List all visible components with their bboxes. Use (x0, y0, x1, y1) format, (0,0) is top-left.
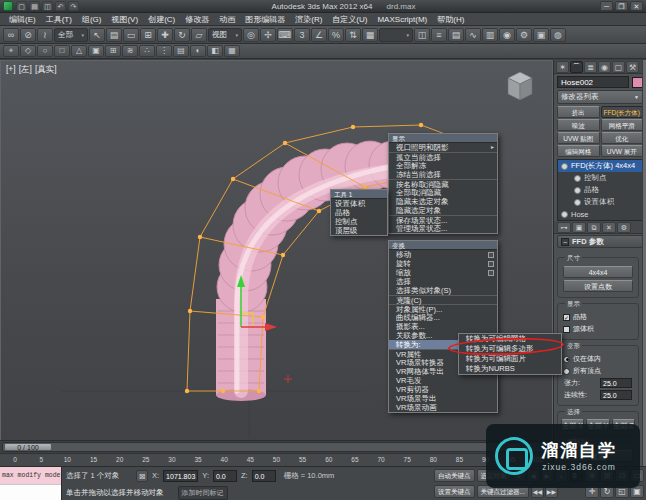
unlink-selection-icon[interactable]: ⊘ (20, 28, 36, 42)
toolbar2-icon[interactable]: ⌖ (3, 45, 19, 57)
auto-key-button[interactable]: 自动关键点 (434, 469, 475, 482)
use-pivot-center-icon[interactable]: ◎ (243, 28, 259, 42)
toolbar2-icon[interactable]: △ (71, 45, 87, 57)
menu-item[interactable]: VR剪切器 (389, 385, 497, 394)
modifier-button[interactable]: UVW 展开 (601, 145, 644, 157)
menubar-item[interactable]: 组(G) (77, 13, 107, 26)
menu-item[interactable]: 冻结当前选择 (389, 170, 497, 179)
dimensions-button[interactable]: 4x4x4 (563, 266, 633, 278)
toolbar2-icon[interactable]: ◇ (20, 45, 36, 57)
menu-item[interactable]: 按名称取消隐藏 (389, 179, 497, 188)
spinner-snap-icon[interactable]: ⇅ (345, 28, 361, 42)
redo-icon[interactable]: ↷ (68, 1, 79, 11)
viewport-menu-general[interactable]: [+] (6, 64, 16, 76)
menu-item[interactable]: 视口照明和阴影▸ (389, 143, 497, 152)
toolbar2-icon[interactable]: ≋ (122, 45, 138, 57)
menu-item[interactable]: 隐藏未选定对象 (389, 197, 497, 206)
macro-recorder-line[interactable]: max modify mode (0, 467, 61, 484)
stack-item[interactable]: Hose (558, 208, 642, 220)
timeline-tick[interactable]: 0 (2, 454, 28, 466)
toolbar2-icon[interactable]: ∴ (139, 45, 155, 57)
menu-item[interactable]: VR场景导出 (389, 394, 497, 403)
menu-item[interactable]: 顶层级 (331, 226, 387, 235)
toolbar2-icon[interactable]: ⊞ (105, 45, 121, 57)
continuity-field[interactable]: 25.0 (600, 390, 632, 400)
toolbar2-icon[interactable]: □ (54, 45, 70, 57)
menu-item[interactable]: 保存场景状态... (389, 215, 497, 224)
stack-item[interactable]: FFD(长方体) 4x4x4 (558, 160, 642, 172)
pin-stack-icon[interactable]: ⊶ (557, 222, 571, 233)
toolbar2-icon[interactable]: ▣ (88, 45, 104, 57)
maxscript-mini-listener[interactable]: max modify mode (0, 467, 62, 500)
menubar-item[interactable]: 自定义(U) (327, 13, 372, 26)
toolbar2-icon[interactable]: ◐ (190, 45, 206, 57)
select-by-name-icon[interactable]: ▤ (106, 28, 122, 42)
show-end-result-icon[interactable]: ▣ (572, 222, 586, 233)
timeline-tick[interactable]: 10 (54, 454, 80, 466)
3dsmax-logo-icon[interactable] (3, 1, 13, 11)
remove-modifier-icon[interactable]: ✕ (602, 222, 616, 233)
lattice-checkbox[interactable]: ✓ 晶格 (563, 312, 633, 322)
set-key-button[interactable]: 设置关键点 (434, 485, 475, 498)
track-bar[interactable]: 0510152025303540455055606570758085909510… (0, 453, 553, 466)
toolbar2-icon[interactable]: ⋮ (156, 45, 172, 57)
viewport-menu-view[interactable]: [左] (19, 64, 32, 76)
only-in-volume-radio[interactable]: 仅在体内 (563, 354, 633, 364)
menu-item[interactable]: 摄影表... (389, 322, 497, 331)
mirror-icon[interactable]: ◫ (414, 28, 430, 42)
menu-item[interactable]: 隐藏选定对象 (389, 206, 497, 215)
coord-x-field[interactable]: 1071.803 (163, 470, 198, 482)
settings-box-icon[interactable] (488, 252, 494, 258)
settings-box-icon[interactable] (488, 261, 494, 267)
timeline-tick[interactable]: 85 (446, 454, 472, 466)
rectangular-selection-icon[interactable]: ▭ (123, 28, 139, 42)
material-editor-icon[interactable]: ◉ (499, 28, 515, 42)
select-and-move-icon[interactable]: ✚ (157, 28, 173, 42)
align-icon[interactable]: ≡ (431, 28, 447, 42)
menu-item[interactable]: 缩放 (389, 268, 497, 277)
tab-modify[interactable]: ⌒ (570, 61, 583, 73)
timeline-tick[interactable]: 20 (107, 454, 133, 466)
timeline-tick[interactable]: 35 (185, 454, 211, 466)
tab-motion[interactable]: ◉ (598, 61, 611, 73)
stack-item[interactable]: 晶格 (558, 184, 642, 196)
render-production-icon[interactable]: ◍ (550, 28, 566, 42)
menu-item[interactable]: 选择类似对象(S) (389, 286, 497, 295)
menubar-item[interactable]: 工具(T) (41, 13, 77, 26)
menu-item[interactable]: 设置体积 (331, 199, 387, 208)
rendered-frame-icon[interactable]: ▣ (533, 28, 549, 42)
tab-display[interactable]: ▢ (612, 61, 625, 73)
timeline-tick[interactable]: 75 (394, 454, 420, 466)
snap-3d-toggle-icon[interactable]: 3 (294, 28, 310, 42)
menu-item[interactable]: 转换为可编辑面片 (459, 354, 561, 364)
percent-snap-icon[interactable]: % (328, 28, 344, 42)
time-slider-track[interactable]: 0 / 100 (2, 442, 551, 452)
curve-editor-icon[interactable]: ∿ (465, 28, 481, 42)
panel-scrollbar[interactable] (642, 60, 646, 466)
tab-utilities[interactable]: ⚒ (626, 61, 639, 73)
visibility-bulb-icon[interactable] (574, 199, 581, 206)
keyboard-override-icon[interactable]: ⌨ (277, 28, 293, 42)
modifier-button[interactable]: 挤出 (557, 106, 600, 118)
timeline-tick[interactable]: 25 (133, 454, 159, 466)
angle-snap-icon[interactable]: ∠ (311, 28, 327, 42)
select-object-icon[interactable]: ↖ (89, 28, 105, 42)
minimize-button[interactable]: ─ (600, 1, 613, 11)
tab-create[interactable]: ✶ (556, 61, 569, 73)
bind-to-space-warp-icon[interactable]: ≀ (37, 28, 53, 42)
new-scene-icon[interactable]: ▢ (16, 1, 27, 11)
menubar-item[interactable]: 修改器 (180, 13, 214, 26)
maximize-button[interactable]: ❐ (615, 1, 628, 11)
open-file-icon[interactable]: ▤ (29, 1, 40, 11)
timeline-tick[interactable]: 70 (368, 454, 394, 466)
settings-box-icon[interactable] (488, 270, 494, 276)
visibility-bulb-icon[interactable] (561, 211, 568, 218)
timeline-tick[interactable]: 80 (420, 454, 446, 466)
visibility-bulb-icon[interactable] (574, 187, 581, 194)
modifier-button[interactable]: 优化 (601, 132, 644, 144)
window-crossing-icon[interactable]: ⊞ (140, 28, 156, 42)
select-and-scale-icon[interactable]: ▱ (191, 28, 207, 42)
undo-icon[interactable]: ↶ (55, 1, 66, 11)
source-volume-checkbox[interactable]: 源体积 (563, 324, 633, 334)
reference-coordinate-dropdown[interactable]: 视图▾ (208, 28, 242, 42)
